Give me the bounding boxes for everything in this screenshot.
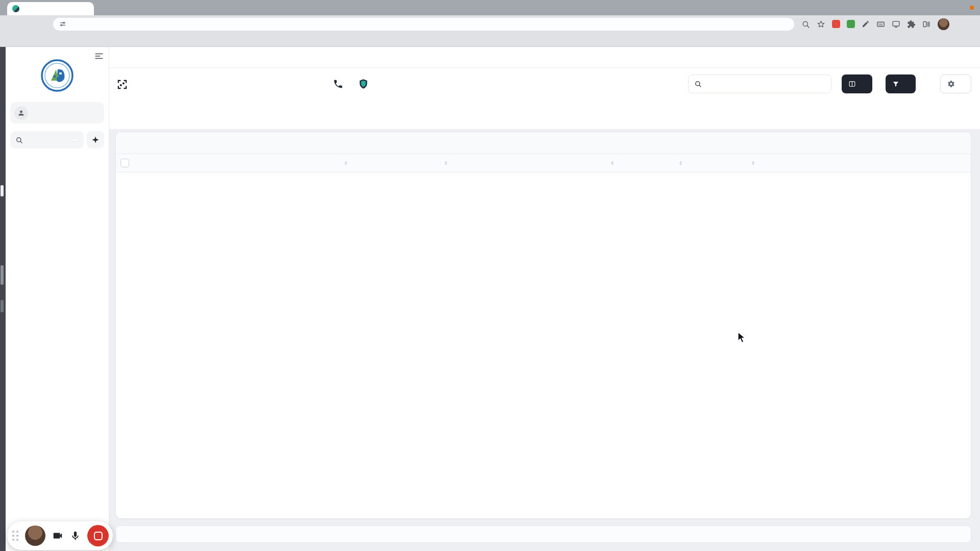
bookmark-star-icon[interactable] (817, 20, 825, 29)
sidebar (6, 47, 109, 551)
quick-search[interactable] (688, 74, 831, 93)
gear-icon (947, 80, 955, 88)
toolbar-icons (801, 18, 956, 30)
extension-green-icon[interactable] (847, 20, 855, 28)
zoom-icon[interactable] (801, 20, 810, 29)
extensions-puzzle-icon[interactable] (907, 20, 916, 29)
header-shield-icon[interactable] (358, 78, 369, 90)
table-body (116, 172, 971, 519)
table-header-row (116, 154, 971, 172)
table-top-pagination (116, 132, 971, 154)
contacts-nav-tabs (109, 47, 980, 68)
content-area (109, 129, 980, 551)
window-edge-strip (0, 47, 6, 551)
sort-icon[interactable] (342, 160, 349, 166)
account-switcher[interactable] (10, 102, 104, 123)
actions-button[interactable] (940, 74, 971, 93)
sort-icon[interactable] (609, 160, 616, 166)
more-filters-button[interactable] (886, 74, 916, 93)
columns-button[interactable] (842, 74, 872, 93)
search-icon (15, 136, 23, 144)
mouse-cursor (738, 332, 747, 344)
quick-search-icon (694, 80, 702, 88)
bookmarks-bar (0, 33, 980, 47)
page-header (109, 68, 980, 101)
screen (0, 0, 980, 551)
table-bottom-pagination (115, 525, 971, 543)
sparkle-icon (91, 136, 100, 144)
edit-pencil-icon[interactable] (862, 20, 870, 28)
recording-indicator-dot (970, 6, 974, 10)
filter-icon (892, 81, 899, 88)
columns-icon (848, 80, 856, 88)
sidebar-collapse-icon[interactable] (94, 52, 104, 61)
browser-profile-avatar[interactable] (938, 18, 949, 30)
select-all-checkbox[interactable] (120, 159, 129, 167)
browser-tabstrip (0, 0, 980, 15)
sort-icon[interactable] (443, 160, 449, 166)
quick-search-input[interactable] (706, 80, 825, 89)
tab-favicon (12, 5, 19, 12)
sort-icon[interactable] (750, 160, 756, 166)
split-view-icon[interactable] (922, 20, 931, 29)
extension-red-icon[interactable] (832, 20, 840, 28)
account-avatar-icon (14, 106, 28, 120)
microphone-icon[interactable] (70, 531, 81, 541)
smart-list-tabs (109, 101, 980, 129)
browser-tab[interactable] (7, 2, 94, 15)
camera-icon[interactable] (52, 530, 63, 541)
drag-handle[interactable] (12, 531, 18, 541)
search-shortcut-badge (71, 138, 79, 141)
address-bar[interactable] (53, 18, 794, 31)
recorder-avatar (25, 525, 45, 546)
cast-icon[interactable] (892, 20, 900, 29)
org-logo (41, 59, 74, 92)
site-info-icon[interactable] (59, 20, 66, 28)
main-area (109, 47, 980, 551)
keyboard-icon[interactable] (876, 20, 885, 29)
stop-recording-button[interactable] (87, 525, 109, 546)
people-scatter-icon (116, 79, 128, 90)
browser-toolbar (0, 15, 980, 33)
sidebar-search[interactable] (10, 131, 84, 148)
sort-icon[interactable] (677, 160, 684, 166)
ai-assistant-button[interactable] (87, 131, 104, 148)
contacts-table-card (115, 132, 971, 519)
screen-recorder-widget[interactable] (7, 521, 113, 550)
header-phone-icon[interactable] (333, 79, 344, 89)
